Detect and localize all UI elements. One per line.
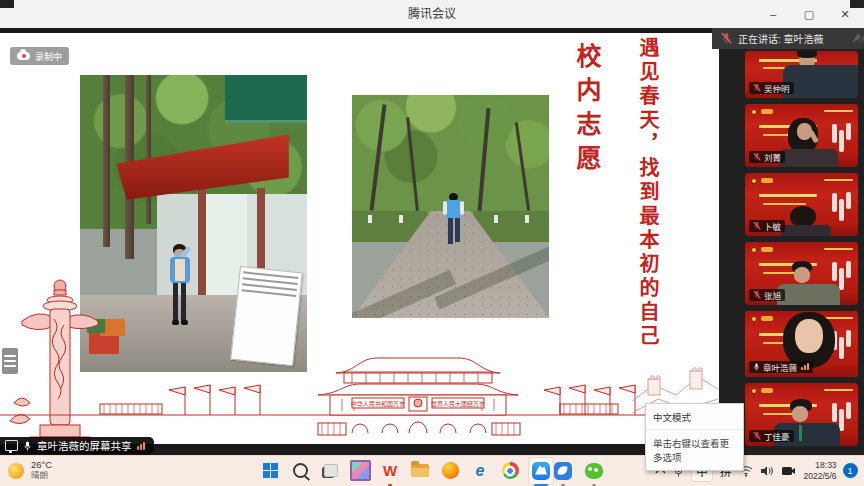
meeting-stage: 校内志愿 遇见春天，找到最本初的自己: [0, 28, 864, 455]
participant-name-badge: 刘菁: [749, 151, 785, 163]
ime-tooltip-title: 中文模式: [646, 404, 743, 429]
participant-tile[interactable]: 吴仲明: [745, 51, 858, 98]
taskbar-right-pinned-icons: [551, 455, 606, 486]
notification-badge[interactable]: 1: [843, 463, 858, 478]
meeting-logo-icon: [851, 31, 864, 45]
photos-icon: [350, 460, 371, 481]
tray-time: 18:33: [804, 460, 837, 471]
weather-condition: 晴朗: [31, 471, 52, 481]
shared-screen-slide: 校内志愿 遇见春天，找到最本初的自己: [0, 33, 719, 444]
taskbar-search-button[interactable]: [288, 458, 312, 484]
chrome-icon: [502, 462, 519, 479]
mic-muted-icon: [753, 290, 761, 300]
walking-volunteer: [443, 193, 465, 251]
participant-name-badge: 吴仲明: [749, 82, 794, 94]
monitor-icon: [5, 440, 18, 451]
storefront-sign: [225, 75, 307, 123]
participant-name: 吴仲明: [764, 82, 790, 94]
participant-tile-active-speaker[interactable]: 章叶浩薇: [745, 311, 858, 377]
photo-campus-path: [352, 95, 549, 318]
participant-name-badge: 卜敏: [749, 220, 785, 232]
share-label: 章叶浩薇的屏幕共享: [37, 438, 132, 453]
participant-name: 章叶浩薇: [763, 361, 797, 373]
audio-level-bars: [800, 362, 809, 372]
wechat-button[interactable]: [582, 458, 606, 484]
window-title: 腾讯会议: [0, 0, 864, 28]
photo-street-volunteer: [80, 75, 307, 372]
volume-button[interactable]: [760, 465, 774, 477]
ie-icon: e: [476, 462, 485, 480]
windows-start-button[interactable]: [258, 458, 282, 484]
whiteboard-sign: [230, 266, 303, 366]
sidebar-toggle-handle[interactable]: [2, 348, 18, 374]
speaker-icon: [760, 465, 774, 477]
weather-widget[interactable]: 26°C 晴朗: [8, 455, 52, 486]
recording-cloud-icon: [17, 52, 30, 60]
mic-muted-icon: [753, 431, 761, 441]
window-titlebar: 腾讯会议: [0, 0, 864, 29]
folder-icon: [411, 464, 429, 477]
recording-badge: 录制中: [10, 47, 69, 65]
sun-icon: [8, 463, 24, 479]
participant-name-badge: 丁佳豪: [749, 430, 794, 442]
mic-muted-icon: [753, 221, 761, 231]
task-view-icon: [322, 464, 338, 478]
firefox-button[interactable]: [438, 458, 462, 484]
tencent-meeting-icon: [532, 462, 550, 480]
slide-title-campus-volunteer: 校内志愿: [568, 43, 604, 179]
ime-tooltip: 中文模式 单击右键以查看更多选项: [645, 403, 744, 471]
ime-tooltip-hint: 单击右键以查看更多选项: [646, 429, 743, 470]
volunteer-person: [164, 244, 198, 330]
camera-tray-button[interactable]: [781, 465, 796, 476]
pen-app-button[interactable]: [551, 458, 575, 484]
participant-name-badge: 章叶浩薇: [749, 361, 813, 373]
task-view-button[interactable]: [318, 458, 342, 484]
windows-logo-icon: [263, 463, 278, 478]
participant-name: 丁佳豪: [764, 430, 790, 442]
file-explorer-button[interactable]: [408, 458, 432, 484]
mic-active-icon: [753, 362, 760, 372]
participant-tile[interactable]: 卜敏: [745, 173, 858, 236]
participant-name: 卜敏: [764, 220, 781, 232]
taskbar-center-icons: W e: [258, 455, 554, 486]
audio-level-bars: [137, 440, 146, 452]
tray-date: 2022/5/6: [804, 471, 837, 482]
participant-tile[interactable]: 刘菁: [745, 104, 858, 167]
participant-name: 张旭: [764, 289, 781, 301]
slide-title-meet-spring: 遇见春天，找到最本初的自己: [634, 37, 663, 397]
banner-text-right: 世界人民大团结万岁: [431, 400, 485, 408]
mic-active-icon: [23, 440, 32, 452]
participant-tile[interactable]: 张旭: [745, 242, 858, 305]
participant-name-badge: 张旭: [749, 289, 785, 301]
recording-label: 录制中: [35, 50, 62, 63]
chrome-button[interactable]: [498, 458, 522, 484]
taskbar-clock[interactable]: 18:33 2022/5/6: [804, 460, 837, 481]
mic-muted-icon: [721, 32, 732, 45]
participant-name: 刘菁: [764, 151, 781, 163]
tencent-meeting-window: 腾讯会议 – ▢ ✕: [0, 0, 864, 486]
wps-office-button[interactable]: W: [378, 458, 402, 484]
mic-muted-icon: [753, 152, 761, 162]
banner-text-left: 中华人民共和国万岁: [351, 400, 405, 408]
wps-icon: W: [383, 462, 397, 479]
firefox-icon: [442, 462, 459, 479]
speaking-label: 正在讲话: 章叶浩薇: [738, 31, 824, 46]
screen-share-indicator[interactable]: 章叶浩薇的屏幕共享: [0, 437, 154, 454]
wechat-icon: [585, 463, 603, 479]
minimize-button[interactable]: –: [756, 0, 790, 28]
participant-tile[interactable]: 丁佳豪: [745, 383, 858, 446]
medic-figures: [831, 191, 856, 230]
camera-icon: [781, 465, 796, 476]
maximize-button[interactable]: ▢: [792, 0, 826, 28]
participant-sidebar: 吴仲明: [719, 28, 864, 455]
internet-explorer-button[interactable]: e: [468, 458, 492, 484]
pen-app-icon: [554, 462, 572, 480]
speaking-indicator-bar: 正在讲话: 章叶浩薇: [712, 28, 864, 49]
mic-muted-icon: [753, 83, 761, 93]
photos-app-button[interactable]: [348, 458, 372, 484]
corner-artifact-right: [850, 0, 864, 8]
search-icon: [293, 463, 308, 478]
corner-artifact-left: [0, 0, 14, 8]
